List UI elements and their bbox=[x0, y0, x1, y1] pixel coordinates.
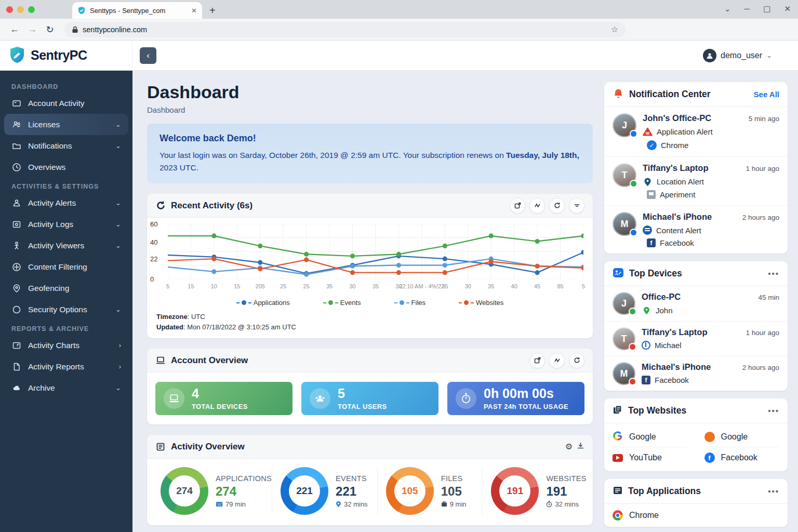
stat-value: 191 bbox=[546, 484, 586, 499]
expand-button[interactable] bbox=[529, 353, 545, 368]
website-name: Google bbox=[721, 432, 748, 442]
chevron-right-icon: › bbox=[119, 341, 121, 349]
legend-item[interactable]: Events bbox=[323, 299, 361, 307]
device-name: Tiffany's Laptop bbox=[642, 327, 746, 337]
menu-dots-icon[interactable]: ••• bbox=[768, 406, 779, 415]
chart-x-labels: 515101520525253530353022:10 AM - 4%!2235… bbox=[168, 283, 583, 292]
users-icon bbox=[11, 119, 21, 129]
sidebar-item-activity-logs[interactable]: Activity Logs ⌄ bbox=[0, 214, 132, 235]
expand-button[interactable] bbox=[510, 198, 525, 214]
sidebar-item-activity-viewers[interactable]: Activity Viewers ⌄ bbox=[0, 235, 132, 256]
sidebar-item-account-activity[interactable]: Account Activity bbox=[0, 92, 132, 114]
timestamp: 1 hour ago bbox=[746, 329, 779, 337]
user-circle-icon bbox=[642, 341, 650, 350]
sidebar-item-activity-reports[interactable]: Activity Reports › bbox=[0, 356, 132, 377]
chevron-down-icon: ⌄ bbox=[115, 220, 121, 228]
alert-source: Chrome bbox=[661, 141, 688, 150]
notification-item[interactable]: T Tiffany's Laptop1 hour ago Location Al… bbox=[604, 157, 788, 206]
window-minimize-icon[interactable]: ─ bbox=[744, 4, 750, 14]
cloud-icon bbox=[11, 383, 21, 393]
refresh-button[interactable] bbox=[569, 353, 584, 368]
legend-item[interactable]: Files bbox=[394, 299, 425, 307]
sidebar: DASHBOARD Account Activity Licenses ⌄ No… bbox=[0, 71, 132, 532]
chrome-icon bbox=[613, 510, 623, 521]
window-chevron-icon[interactable]: ⌄ bbox=[724, 4, 731, 14]
device-row[interactable]: J Office-PC45 min John bbox=[604, 286, 788, 322]
x-tick-label: 45 bbox=[534, 283, 540, 289]
gear-icon[interactable]: ⚙ bbox=[565, 442, 573, 451]
url-bar[interactable]: senttypconline.com ☆ bbox=[64, 22, 626, 37]
sidebar-item-label: Archive bbox=[28, 383, 55, 393]
stat-label: FILES bbox=[441, 474, 467, 483]
sidebar-item-overviews[interactable]: Overviews bbox=[0, 156, 132, 178]
refresh-button[interactable] bbox=[549, 198, 565, 214]
sidebar-item-security-options[interactable]: Security Options ⌄ bbox=[0, 299, 132, 320]
status-badge bbox=[630, 229, 637, 236]
sidebar-item-geofencing[interactable]: Geofencing bbox=[0, 277, 132, 299]
recent-activity-card: Recent Activity (6s) 6040220 51510152052… bbox=[147, 194, 593, 338]
website-row[interactable]: f Facebook bbox=[704, 447, 780, 468]
websites-donut: 191 bbox=[491, 467, 539, 515]
user-name: demo_user bbox=[721, 51, 762, 60]
minimize-window-icon[interactable] bbox=[17, 6, 24, 13]
chart-y-labels: 6040220 bbox=[150, 224, 164, 279]
website-row[interactable]: Google bbox=[613, 427, 688, 447]
application-row[interactable]: Chrome bbox=[604, 504, 788, 527]
notification-item[interactable]: M Michael's iPhone2 hours ago Content Al… bbox=[604, 206, 788, 254]
trend-button[interactable] bbox=[529, 198, 545, 214]
trend-button[interactable] bbox=[549, 353, 565, 368]
chevron-down-icon: ⌄ bbox=[115, 305, 121, 313]
device-row[interactable]: T Tiffany's Laptop1 hour ago Michael bbox=[604, 322, 788, 356]
website-row[interactable]: Google bbox=[704, 427, 780, 447]
x-tick-label: 10 bbox=[211, 283, 217, 289]
brand[interactable]: SentryPC bbox=[0, 41, 132, 70]
person-walk-icon bbox=[11, 241, 21, 250]
website-row[interactable]: YouTube bbox=[613, 447, 688, 468]
device-user: Michael bbox=[655, 341, 682, 350]
doc-icon bbox=[11, 362, 21, 371]
tab-close-icon[interactable]: ✕ bbox=[191, 7, 197, 15]
forward-icon[interactable]: → bbox=[25, 24, 39, 35]
browser-tab[interactable]: Senttyps - Senttype_com ✕ bbox=[72, 2, 202, 19]
user-menu[interactable]: demo_user ⌄ bbox=[703, 49, 772, 62]
top-websites-card: Top Websites ••• Google YouTube bbox=[604, 398, 788, 471]
stat-websites: 191 WEBSITES 191 32 mins bbox=[483, 467, 588, 515]
stat-events: 221 EVENTS 221 32 mins bbox=[272, 467, 378, 515]
sidebar-item-content-filtering[interactable]: Content Filtering bbox=[0, 256, 132, 277]
sidebar-collapse-button[interactable]: ‹ bbox=[140, 47, 156, 64]
menu-dots-icon[interactable]: ••• bbox=[768, 269, 779, 278]
reload-icon[interactable]: ↻ bbox=[43, 24, 57, 35]
sidebar-item-label: Content Filtering bbox=[28, 262, 87, 272]
device-row[interactable]: M Michael's iPhone2 hours ago fFacebook bbox=[604, 356, 788, 391]
see-all-link[interactable]: See All bbox=[754, 90, 779, 99]
legend-item[interactable]: Websites bbox=[459, 299, 503, 307]
timestamp: 2 hours ago bbox=[742, 364, 779, 371]
window-close-icon[interactable]: ✕ bbox=[784, 4, 791, 14]
legend-item[interactable]: Applications bbox=[236, 299, 290, 307]
sidebar-item-activity-charts[interactable]: Activity Charts › bbox=[0, 335, 132, 356]
top-applications-card: Top Applications ••• Chrome bbox=[604, 479, 788, 527]
window-maximize-icon[interactable]: ▢ bbox=[763, 4, 770, 14]
zoom-window-icon[interactable] bbox=[28, 6, 35, 13]
timestamp: 5 min ago bbox=[749, 115, 779, 123]
new-tab-button[interactable]: + bbox=[209, 5, 216, 17]
sidebar-item-label: Activity Logs bbox=[28, 220, 73, 229]
sidebar-item-activity-alerts[interactable]: Activity Alerts ⌄ bbox=[0, 192, 132, 214]
sidebar-item-archive[interactable]: Archive ⌄ bbox=[0, 377, 132, 398]
recent-activity-chart-area: 6040220 515101520525253530353022:10 AM -… bbox=[147, 218, 593, 295]
account-overview-title: Account Overview bbox=[171, 355, 248, 366]
x-tick-label: 5 bbox=[166, 283, 169, 289]
download-icon[interactable] bbox=[577, 442, 584, 451]
website-name: Google bbox=[629, 432, 656, 442]
x-tick-label: 25 bbox=[280, 283, 286, 289]
device-name: Office-PC bbox=[642, 292, 758, 302]
filter-button[interactable] bbox=[569, 198, 584, 214]
notification-item[interactable]: J John's Office-PC5 min ago Application … bbox=[604, 107, 788, 157]
stat-label: EVENTS bbox=[336, 474, 368, 483]
bookmark-star-icon[interactable]: ☆ bbox=[611, 24, 618, 34]
sidebar-item-licenses[interactable]: Licenses ⌄ bbox=[4, 114, 128, 135]
menu-dots-icon[interactable]: ••• bbox=[768, 487, 779, 496]
back-icon[interactable]: ← bbox=[7, 24, 22, 35]
sidebar-item-notifications[interactable]: Notifications ⌄ bbox=[0, 135, 132, 156]
close-window-icon[interactable] bbox=[6, 6, 13, 13]
